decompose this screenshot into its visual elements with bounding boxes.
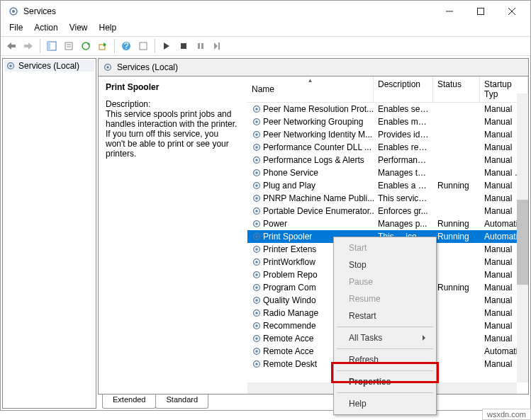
cell-name: Peer Name Resolution Prot... xyxy=(247,104,374,114)
refresh-toolbar-button[interactable] xyxy=(78,38,94,54)
list-icon xyxy=(138,41,148,51)
properties-icon xyxy=(64,41,74,51)
svg-point-53 xyxy=(255,235,258,238)
show-hide-tree-button[interactable] xyxy=(44,38,60,54)
minimize-button[interactable] xyxy=(434,1,465,22)
menu-file[interactable]: File xyxy=(4,22,28,35)
svg-point-61 xyxy=(255,286,258,289)
help-icon: ? xyxy=(121,41,131,51)
body: Services (Local) Services (Local) Print … xyxy=(1,56,530,410)
ctx-resume[interactable]: Resume xyxy=(336,290,434,307)
svg-rect-25 xyxy=(201,43,203,49)
svg-rect-12 xyxy=(65,42,72,50)
service-row[interactable]: PNRP Machine Name Publi...This service .… xyxy=(247,192,528,205)
ctx-restart[interactable]: Restart xyxy=(336,307,434,324)
pause-toolbar-button[interactable] xyxy=(193,38,208,54)
svg-point-45 xyxy=(255,184,258,187)
restart-toolbar-button[interactable] xyxy=(210,38,225,54)
col-status[interactable]: Status xyxy=(433,76,480,102)
cell-status: Running xyxy=(433,181,480,191)
ctx-all-tasks[interactable]: All Tasks xyxy=(336,329,434,346)
minimize-icon xyxy=(446,8,453,15)
close-button[interactable] xyxy=(496,1,527,22)
col-description[interactable]: Description xyxy=(374,76,433,102)
service-row[interactable]: Peer Networking Identity M...Provides id… xyxy=(247,128,528,141)
svg-point-55 xyxy=(255,248,258,251)
svg-rect-7 xyxy=(11,45,16,47)
svg-point-65 xyxy=(255,312,258,314)
svg-point-73 xyxy=(255,363,258,365)
back-button[interactable] xyxy=(4,38,19,54)
gear-icon xyxy=(252,270,262,280)
cell-name: Portable Device Enumerator... xyxy=(247,206,374,216)
services-window: Services File Action View Help ? xyxy=(0,0,531,411)
start-toolbar-button[interactable] xyxy=(159,38,174,54)
stop-toolbar-button[interactable] xyxy=(176,38,191,54)
service-row[interactable]: Portable Device Enumerator...Enforces gr… xyxy=(247,205,528,217)
cell-name: Peer Networking Identity M... xyxy=(247,130,374,140)
svg-point-35 xyxy=(255,120,258,123)
menu-action[interactable]: Action xyxy=(28,22,63,35)
ctx-separator xyxy=(337,370,433,371)
tab-extended[interactable]: Extended xyxy=(102,395,156,409)
svg-point-41 xyxy=(255,159,258,161)
description-text: This service spools print jobs and handl… xyxy=(106,109,240,159)
svg-rect-3 xyxy=(478,8,484,15)
help-toolbar-button[interactable]: ? xyxy=(118,38,134,54)
svg-marker-8 xyxy=(28,42,33,50)
svg-point-49 xyxy=(255,210,258,212)
ctx-refresh[interactable]: Refresh xyxy=(336,351,434,368)
menubar: File Action View Help xyxy=(1,22,530,36)
export-button[interactable] xyxy=(95,38,111,54)
cell-name: PNRP Machine Name Publi... xyxy=(247,193,374,203)
gear-icon xyxy=(252,219,262,229)
svg-point-67 xyxy=(255,324,258,327)
service-row[interactable]: Plug and PlayEnables a c...RunningManual xyxy=(247,179,528,192)
svg-point-71 xyxy=(255,350,258,353)
arrow-right-icon xyxy=(23,42,33,50)
list-toolbar-button[interactable] xyxy=(135,38,151,54)
maximize-button[interactable] xyxy=(465,1,496,22)
menu-help[interactable]: Help xyxy=(94,22,123,35)
refresh-icon xyxy=(81,41,91,51)
svg-marker-26 xyxy=(214,42,218,50)
tabs: Extended Standard xyxy=(98,395,529,409)
cell-description: Enables serv... xyxy=(374,104,433,114)
menu-view[interactable]: View xyxy=(64,22,94,35)
selected-service-title: Print Spooler xyxy=(106,82,240,92)
svg-point-47 xyxy=(255,197,258,200)
export-icon xyxy=(98,41,108,51)
tab-standard[interactable]: Standard xyxy=(155,395,208,409)
scrollbar-thumb[interactable] xyxy=(517,200,528,285)
cell-description: Enables mul... xyxy=(374,117,433,127)
vertical-scrollbar[interactable] xyxy=(517,93,528,382)
cell-description: Enforces gr... xyxy=(374,206,433,216)
cell-name: Phone Service xyxy=(247,168,374,178)
properties-toolbar-button[interactable] xyxy=(61,38,77,54)
svg-marker-6 xyxy=(7,42,11,50)
service-row[interactable]: Performance Counter DLL ...Enables rem..… xyxy=(247,141,528,154)
cell-name: Performance Counter DLL ... xyxy=(247,142,374,152)
col-name[interactable]: Name▲ xyxy=(247,76,374,102)
ctx-stop[interactable]: Stop xyxy=(336,256,434,273)
service-row[interactable]: Performance Logs & AlertsPerformanc...Ma… xyxy=(247,154,528,166)
service-row[interactable]: Peer Networking GroupingEnables mul...Ma… xyxy=(247,115,528,128)
svg-marker-22 xyxy=(164,42,169,50)
tree-root[interactable]: Services (Local) xyxy=(4,60,94,72)
service-row[interactable]: PowerManages p...RunningAutomatic xyxy=(247,217,528,230)
svg-point-63 xyxy=(255,299,258,302)
gear-icon xyxy=(252,346,262,356)
tree-pane: Services (Local) xyxy=(2,58,96,409)
close-icon xyxy=(508,8,515,15)
svg-point-33 xyxy=(255,108,258,110)
ctx-separator xyxy=(337,327,433,327)
forward-button[interactable] xyxy=(21,38,36,54)
ctx-start[interactable]: Start xyxy=(336,239,434,256)
gear-icon xyxy=(252,117,262,127)
ctx-pause[interactable]: Pause xyxy=(336,273,434,290)
service-row[interactable]: Peer Name Resolution Prot...Enables serv… xyxy=(247,103,528,115)
service-row[interactable]: Phone ServiceManages th...Manual (Tr xyxy=(247,166,528,179)
ctx-help[interactable]: Help xyxy=(336,395,434,412)
ctx-properties[interactable]: Properties xyxy=(336,373,434,390)
cell-status: Running xyxy=(433,219,480,229)
